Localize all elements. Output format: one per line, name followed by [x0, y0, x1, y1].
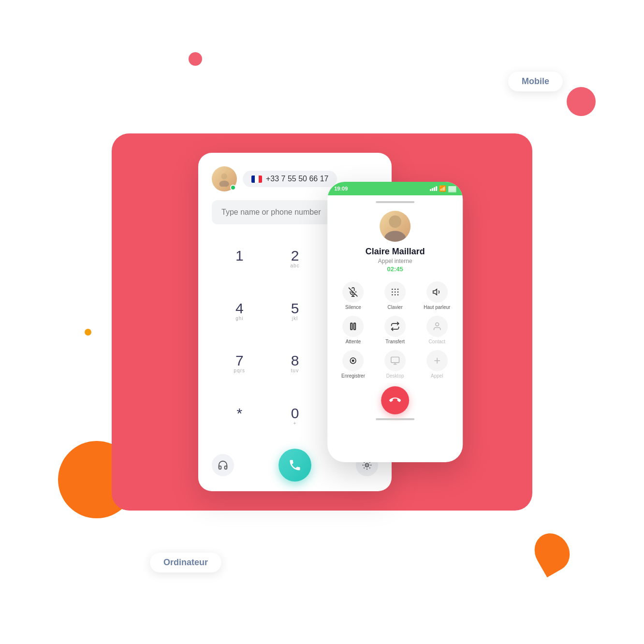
mobile-actions-grid: Silence Clavier: [335, 281, 455, 379]
phone-number: +33 7 55 50 66 17: [266, 175, 328, 183]
blob-pink-top: [189, 52, 202, 66]
record-icon: [343, 350, 364, 371]
scene: Mobile Ordinateur +33: [0, 0, 644, 644]
end-call-button[interactable]: [381, 386, 409, 414]
blob-orange-left: [85, 329, 91, 336]
action-add-call-label: Appel: [431, 373, 443, 379]
svg-rect-18: [351, 323, 352, 329]
france-flag: [251, 176, 262, 183]
action-attente[interactable]: Attente: [335, 316, 371, 344]
contact-icon: [426, 316, 448, 337]
action-clavier[interactable]: Clavier: [377, 281, 413, 310]
action-transfert-label: Transfert: [385, 339, 405, 344]
dial-key-1[interactable]: 1: [212, 233, 267, 286]
dial-key-star[interactable]: *: [212, 391, 267, 443]
svg-point-15: [395, 294, 396, 296]
action-contact[interactable]: Contact: [419, 316, 455, 344]
svg-point-1: [220, 181, 229, 187]
svg-point-12: [395, 292, 396, 293]
svg-point-13: [397, 292, 399, 293]
status-time: 19:09: [334, 186, 348, 191]
dial-key-4[interactable]: 4 ghi: [212, 286, 267, 338]
headset-button[interactable]: [212, 454, 234, 476]
svg-point-3: [389, 216, 401, 228]
svg-point-22: [352, 360, 354, 362]
action-silence[interactable]: Silence: [335, 281, 371, 310]
action-desktop[interactable]: Desktop: [377, 350, 413, 379]
action-transfert[interactable]: Transfert: [377, 316, 413, 344]
svg-point-14: [392, 294, 393, 296]
online-indicator: [230, 185, 236, 190]
pause-icon: [343, 316, 364, 337]
caller-name: Claire Maillard: [366, 247, 425, 257]
dial-key-5[interactable]: 5 jkl: [267, 286, 323, 338]
dial-key-2[interactable]: 2 abc: [267, 233, 323, 286]
mobile-top-notch: [376, 201, 414, 203]
mobile-home-bar: [376, 418, 414, 420]
action-attente-label: Attente: [346, 339, 361, 344]
svg-point-16: [397, 294, 399, 296]
label-ordinateur: Ordinateur: [150, 553, 221, 572]
action-clavier-label: Clavier: [388, 305, 403, 310]
action-silence-label: Silence: [345, 305, 361, 310]
svg-marker-17: [433, 289, 437, 295]
action-add-call[interactable]: Appel: [419, 350, 455, 379]
svg-point-11: [392, 292, 393, 293]
svg-point-8: [392, 289, 393, 290]
svg-point-4: [384, 231, 406, 242]
call-button[interactable]: [278, 449, 311, 482]
call-type: Appel interne: [378, 258, 412, 264]
action-speaker-label: Haut parleur: [424, 305, 450, 310]
mobile-mockup: 19:09 📶 ▓▓ Cla: [327, 182, 463, 462]
svg-rect-19: [354, 323, 355, 329]
mic-off-icon: [343, 281, 364, 303]
svg-point-20: [436, 323, 439, 326]
phone-badge: +33 7 55 50 66 17: [243, 171, 337, 187]
add-call-icon: [426, 350, 448, 371]
dial-key-7[interactable]: 7 pqrs: [212, 338, 267, 391]
dial-key-0[interactable]: 0 +: [267, 391, 323, 443]
blob-pink-right: [567, 87, 596, 116]
mobile-status-bar: 19:09 📶 ▓▓: [327, 182, 463, 195]
call-duration: 02:45: [387, 265, 403, 273]
avatar-wrap: [212, 166, 237, 191]
desktop-icon: [384, 350, 406, 371]
label-mobile: Mobile: [508, 72, 563, 91]
action-record-label: Enregistrer: [341, 373, 365, 379]
mobile-caller-avatar: [380, 211, 410, 242]
mobile-content: Claire Maillard Appel interne 02:45: [327, 195, 463, 462]
status-icons: 📶 ▓▓: [430, 185, 456, 192]
action-contact-label: Contact: [429, 339, 445, 344]
action-record[interactable]: Enregistrer: [335, 350, 371, 379]
speaker-icon: [426, 281, 448, 303]
svg-rect-23: [391, 357, 399, 363]
action-desktop-label: Desktop: [386, 373, 404, 379]
blob-orange-teardrop: [528, 527, 577, 577]
keypad-icon: [384, 281, 406, 303]
transfer-icon: [384, 316, 406, 337]
svg-point-0: [221, 174, 227, 179]
dial-key-8[interactable]: 8 tuv: [267, 338, 323, 391]
action-speaker[interactable]: Haut parleur: [419, 281, 455, 310]
svg-point-9: [395, 289, 396, 290]
svg-point-10: [397, 289, 399, 290]
